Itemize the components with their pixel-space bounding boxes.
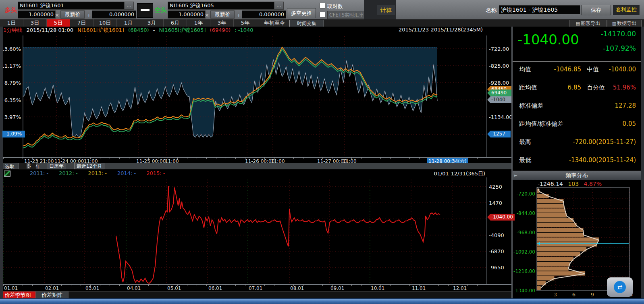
spread-change: -14170.00 bbox=[601, 30, 636, 38]
bottom-tab-1[interactable]: 价差矩阵 bbox=[36, 292, 69, 299]
stat-row-1: 距均值6.85百分位51.96% bbox=[513, 79, 641, 97]
stat-row-2: 标准偏差127.28 bbox=[513, 97, 641, 115]
legend-year-2[interactable]: 2013: - bbox=[88, 170, 107, 176]
short-contract-input[interactable]: NI1605 沪镍1605 bbox=[168, 2, 275, 10]
legend-year-4[interactable]: 2015: - bbox=[146, 170, 165, 176]
bottom-tab-0[interactable]: 价差季节图 bbox=[0, 292, 36, 299]
fx-rate-select[interactable]: CFETS实时汇率 ▼ bbox=[327, 11, 369, 19]
calendar-year-button[interactable]: 日历年 bbox=[47, 163, 66, 169]
app-window: 多头 NI1601 沪镍1601 … 1.000000 × 最新价 + 0.00… bbox=[0, 0, 644, 304]
period-tab-9[interactable]: 3年 bbox=[210, 19, 234, 27]
hover-bin-pct: 4.87% bbox=[584, 181, 602, 187]
recent-12-months-button[interactable]: 最近12个月 bbox=[74, 163, 104, 169]
short-contract-browse-button[interactable]: … bbox=[274, 2, 284, 10]
long-addend-input[interactable]: 0.000000 bbox=[92, 10, 136, 19]
legend-year-1[interactable]: 2012: - bbox=[59, 170, 77, 176]
period-tab-5[interactable]: 1月 bbox=[117, 19, 140, 27]
period-tab-1[interactable]: 3日 bbox=[23, 19, 47, 27]
season-x-label-7: 08.01 bbox=[290, 285, 304, 291]
stat-value: -720.00(2015-11-27) bbox=[573, 133, 636, 151]
remote-control-overlay-icon[interactable]: ⇄ bbox=[607, 277, 633, 297]
leg1-price: (68450) bbox=[128, 27, 149, 33]
export-data-button[interactable]: ▥数据导出 bbox=[607, 20, 642, 27]
remote-arrows-icon: ⇄ bbox=[614, 281, 626, 293]
leg2-price: (69490) bbox=[210, 27, 231, 33]
legend-year-3[interactable]: 2014: - bbox=[117, 170, 136, 176]
long-price-type-button[interactable]: 最新价 bbox=[60, 10, 85, 19]
period-tab-10[interactable]: 5年 bbox=[234, 19, 257, 27]
stepper-up-icon[interactable]: ▲ bbox=[27, 163, 30, 166]
stepper-down-icon[interactable]: ▼ bbox=[27, 166, 30, 169]
bar-interval-label: 1分钟线 bbox=[3, 27, 22, 33]
price-tag-2: -1040 bbox=[487, 96, 511, 103]
season-legend: 2011: -2012: -2013: -2014: -2015: - bbox=[30, 170, 175, 176]
stat-value: 6.85 bbox=[548, 79, 581, 97]
stat-value: -1046.85 bbox=[548, 60, 581, 79]
histogram-title-bar[interactable]: ► 频率分布 bbox=[513, 171, 641, 180]
stat-row-4: 最高-720.00(2015-11-27) bbox=[513, 133, 641, 151]
long-contract-input[interactable]: NI1601 沪镍1601 bbox=[18, 2, 125, 10]
period-tab-bar: 1日3日5日7日10日1月3月6月1年3年5年年初至今 时间交集 ▤图形导出 ▥… bbox=[0, 19, 644, 27]
season-x-label-1: 02.01 bbox=[45, 285, 59, 291]
fx-checkbox[interactable] bbox=[320, 12, 325, 17]
short-addend-input[interactable]: 0.000000 bbox=[242, 10, 286, 19]
spread-intraday-chart[interactable]: 13.60%11.17%8.79%6.35%3.97%-722.00-825.0… bbox=[0, 35, 512, 157]
stat-label: 标准偏差 bbox=[519, 97, 543, 115]
period-tab-8[interactable]: 1年 bbox=[187, 19, 210, 27]
spread-seasonal-chart[interactable]: 42501470-4090-6870-9650 bbox=[0, 177, 512, 284]
collapse-arrow-icon[interactable]: ► bbox=[514, 171, 517, 180]
bar-datetime: 2015/11/28 01:00 bbox=[26, 27, 73, 33]
long-contract-browse-button[interactable]: … bbox=[124, 2, 134, 10]
period-tab-3[interactable]: 7日 bbox=[70, 19, 93, 27]
svg-text:1470: 1470 bbox=[489, 200, 502, 206]
crosshair-price-tag: -1257 bbox=[487, 131, 511, 137]
legend-year-0[interactable]: 2011: - bbox=[30, 170, 48, 176]
season-x-label-6: 07.01 bbox=[249, 285, 262, 291]
arbitrage-monitor-button[interactable]: 套利监控 bbox=[613, 5, 640, 15]
period-tab-0[interactable]: 1日 bbox=[0, 19, 23, 27]
stats-panel: -1040.00 -14170.00 -107.92% 均值-1046.85中值… bbox=[513, 27, 641, 298]
season-x-label-11: 12.01 bbox=[453, 285, 467, 291]
svg-text:3.97%: 3.97% bbox=[4, 114, 21, 120]
stat-label: 距均值 bbox=[519, 79, 537, 97]
price-tag-1: 69490 bbox=[487, 90, 511, 96]
stat-label: 中值 bbox=[587, 60, 599, 79]
period-tab-2[interactable]: 5日 bbox=[47, 19, 70, 27]
time-intersect-button[interactable]: 时间交集 bbox=[289, 20, 324, 27]
spread-value: : -1040 bbox=[235, 27, 253, 33]
log-checkbox[interactable] bbox=[320, 3, 325, 8]
svg-text:8.79%: 8.79% bbox=[4, 80, 21, 86]
leg2-name: NI1605[沪镍1605] bbox=[159, 27, 206, 33]
top-toolbar: 多头 NI1601 沪镍1601 … 1.000000 × 最新价 + 0.00… bbox=[0, 0, 644, 19]
short-times-sign: × bbox=[205, 12, 209, 18]
stat-label: 最低 bbox=[519, 151, 531, 169]
period-tab-6[interactable]: 3月 bbox=[140, 19, 164, 27]
bottom-tab-bar: 价差季节图价差矩阵 bbox=[0, 291, 512, 299]
svg-text:-722.00: -722.00 bbox=[489, 46, 509, 52]
short-price-type-button[interactable]: 最新价 bbox=[210, 10, 235, 19]
crosshair-pct-tag: 1.09% bbox=[2, 131, 25, 137]
name-input[interactable]: 沪镍1601 - 沪镍1605 bbox=[499, 5, 580, 14]
short-multiplier-input[interactable]: 1.000000 bbox=[168, 10, 206, 19]
calculate-button[interactable]: 计算 bbox=[377, 5, 395, 15]
chart-type-icon[interactable] bbox=[4, 171, 10, 177]
period-tab-4[interactable]: 10日 bbox=[93, 19, 117, 27]
period-tab-11[interactable]: 年初至今 bbox=[257, 19, 292, 27]
stat-label: 百分位 bbox=[587, 79, 605, 97]
svg-text:4250: 4250 bbox=[489, 184, 502, 190]
swap-long-short-button[interactable]: 多空更换 bbox=[287, 8, 316, 18]
long-plus-sign: + bbox=[87, 12, 91, 18]
export-graph-button[interactable]: ▤图形导出 bbox=[569, 20, 607, 27]
svg-text:-928.00: -928.00 bbox=[489, 80, 509, 86]
svg-text:-9650: -9650 bbox=[489, 264, 504, 271]
long-times-sign: × bbox=[55, 12, 59, 18]
long-multiplier-input[interactable]: 1.000000 bbox=[18, 10, 56, 19]
chart-range-label[interactable]: 2015/11/23-2015/11/28(2345M) bbox=[399, 27, 483, 33]
save-button[interactable]: 保存 bbox=[581, 5, 611, 15]
leg1-name: NI1601[沪镍1601] bbox=[77, 27, 124, 33]
short-plus-sign: + bbox=[237, 12, 241, 18]
export-graph-icon: ▤ bbox=[576, 21, 580, 26]
period-tab-7[interactable]: 6月 bbox=[164, 19, 187, 27]
short-leg-label: 空头 bbox=[155, 6, 167, 14]
stat-value: -1340.00(2015-11-24) bbox=[569, 151, 636, 169]
